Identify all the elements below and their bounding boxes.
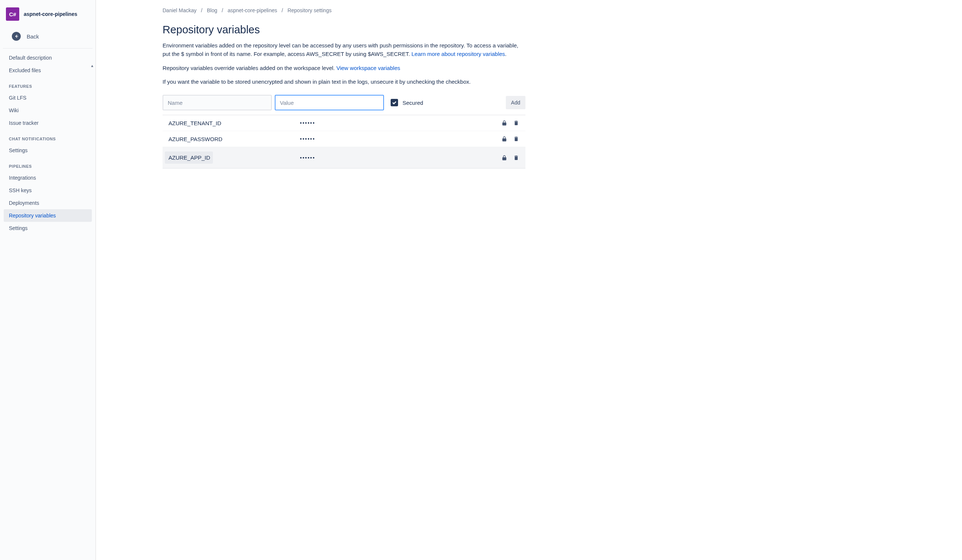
description-1: Environment variables added on the repos… — [163, 41, 525, 58]
add-variable-row: Secured Add — [163, 95, 525, 110]
delete-icon[interactable] — [513, 119, 520, 126]
sidebar: C# aspnet-core-pipelines Back ▲ Default … — [0, 0, 96, 560]
sidebar-item-chat-settings[interactable]: Settings — [0, 144, 95, 157]
breadcrumb-owner[interactable]: Daniel Mackay — [163, 7, 197, 13]
variable-row: AZURE_APP_ID •••••• — [163, 147, 525, 168]
lock-icon — [501, 155, 508, 161]
repo-name: aspnet-core-pipelines — [24, 11, 77, 17]
page-title: Repository variables — [163, 24, 525, 36]
variable-row: AZURE_PASSWORD •••••• — [163, 131, 525, 147]
sidebar-item-pipeline-settings[interactable]: Settings — [0, 222, 95, 234]
variables-table: AZURE_TENANT_ID •••••• AZURE_PASSWORD ••… — [163, 115, 525, 168]
sidebar-item-excluded-files[interactable]: Excluded files — [0, 64, 95, 77]
repo-header[interactable]: C# aspnet-core-pipelines — [0, 0, 95, 28]
secured-label: Secured — [402, 100, 423, 106]
variable-value: •••••• — [300, 120, 501, 126]
description-3: If you want the variable to be stored un… — [163, 77, 525, 86]
breadcrumb-project[interactable]: Blog — [207, 7, 217, 13]
delete-icon[interactable] — [513, 136, 520, 142]
sidebar-item-deployments[interactable]: Deployments — [0, 197, 95, 209]
lock-icon — [501, 119, 508, 126]
sidebar-item-default-description[interactable]: Default description — [0, 52, 95, 64]
sidebar-section-pipelines: PIPELINES — [0, 157, 95, 171]
learn-more-link[interactable]: Learn more about repository variables — [412, 51, 505, 57]
back-label: Back — [27, 33, 39, 40]
value-input[interactable] — [275, 95, 384, 110]
variable-value: •••••• — [300, 136, 501, 142]
sidebar-item-integrations[interactable]: Integrations — [0, 171, 95, 184]
breadcrumb-sep: / — [222, 7, 223, 13]
sidebar-item-repository-variables[interactable]: Repository variables — [4, 209, 92, 222]
delete-icon[interactable] — [513, 155, 520, 161]
breadcrumb: Daniel Mackay / Blog / aspnet-core-pipel… — [111, 7, 947, 13]
variable-name[interactable]: AZURE_TENANT_ID — [168, 120, 300, 126]
lock-icon — [501, 136, 508, 142]
back-button[interactable]: Back — [3, 28, 92, 48]
sidebar-item-wiki[interactable]: Wiki — [0, 104, 95, 117]
sidebar-item-ssh-keys[interactable]: SSH keys — [0, 184, 95, 197]
back-arrow-icon — [12, 32, 21, 41]
view-workspace-link[interactable]: View workspace variables — [336, 65, 400, 71]
sidebar-item-git-lfs[interactable]: Git LFS — [0, 92, 95, 104]
variable-row: AZURE_TENANT_ID •••••• — [163, 115, 525, 131]
breadcrumb-sep: / — [282, 7, 283, 13]
main-content: Daniel Mackay / Blog / aspnet-core-pipel… — [95, 0, 962, 560]
description-2: Repository variables override variables … — [163, 64, 525, 72]
breadcrumb-sep: / — [201, 7, 203, 13]
scroll-up-icon: ▲ — [90, 64, 94, 68]
repo-icon: C# — [6, 7, 19, 21]
variable-value: •••••• — [300, 155, 501, 161]
secured-checkbox[interactable] — [391, 99, 398, 106]
sidebar-section-features: FEATURES — [0, 77, 95, 92]
add-button[interactable]: Add — [506, 96, 525, 109]
name-input[interactable] — [163, 95, 272, 110]
variable-name-editing[interactable]: AZURE_APP_ID — [165, 152, 213, 164]
sidebar-item-issue-tracker[interactable]: Issue tracker — [0, 117, 95, 129]
variable-name[interactable]: AZURE_PASSWORD — [168, 136, 300, 142]
breadcrumb-repo[interactable]: aspnet-core-pipelines — [228, 7, 278, 13]
breadcrumb-page[interactable]: Repository settings — [287, 7, 331, 13]
sidebar-section-chat: CHAT NOTIFICATIONS — [0, 129, 95, 144]
